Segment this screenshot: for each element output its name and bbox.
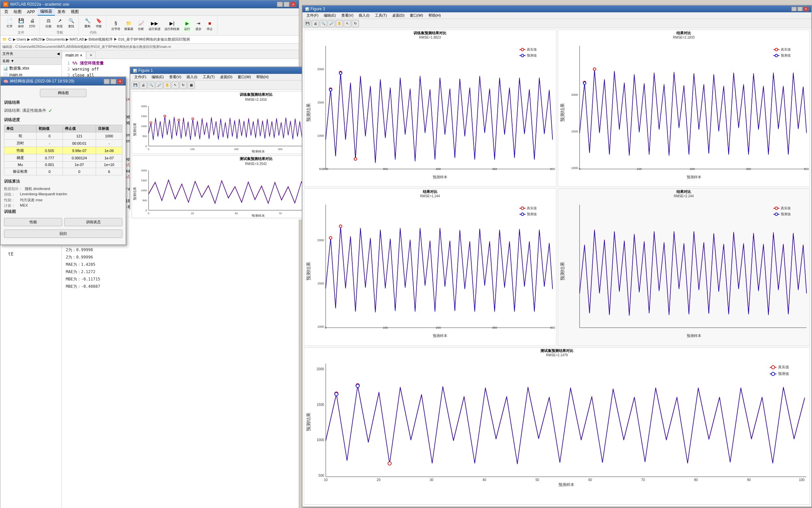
- fig1-menu-tools[interactable]: 工具(T): [200, 74, 218, 80]
- fig3-tb-cursor[interactable]: ↖: [344, 20, 351, 27]
- menu-app[interactable]: APP: [24, 9, 38, 15]
- run-to-end-button[interactable]: ▶|运行到结束: [163, 18, 181, 32]
- print-icon: 🖨: [29, 17, 36, 24]
- bookmark-button[interactable]: 🔖书签: [93, 16, 104, 30]
- fig3-menu-desktop[interactable]: 桌面(D): [389, 12, 407, 18]
- fig1-tb-print[interactable]: 🖨: [140, 82, 147, 89]
- panel-toggle[interactable]: ◀: [57, 51, 59, 56]
- dot-actual-2: [164, 115, 166, 117]
- fig1t-y500: 500: [143, 199, 147, 202]
- explorer-button[interactable]: 📁探索器: [123, 18, 135, 32]
- fig1-menu-window[interactable]: 窗口(W): [235, 74, 254, 80]
- regression-button[interactable]: 回归: [4, 229, 122, 238]
- refactor-button[interactable]: 🔧重构: [82, 16, 93, 30]
- output-mae2: MAE为：2.1272: [63, 268, 297, 276]
- fig3-chart2-rmse: RMSE=2.1833: [558, 36, 810, 39]
- fig3-legend1-p-dot: [521, 54, 524, 57]
- step-button[interactable]: ⇥进步: [193, 18, 204, 32]
- fig1-tb-save[interactable]: 💾: [132, 82, 139, 89]
- fig1t-x50: 50: [235, 212, 238, 215]
- maximize-button[interactable]: □: [284, 2, 289, 7]
- tab-main-close[interactable]: ✕: [80, 53, 83, 57]
- fig3-tb-pan[interactable]: ✋: [336, 20, 343, 27]
- fig3-menu-insert[interactable]: 插入(I): [356, 12, 372, 18]
- fig3-tb-zoom-out[interactable]: 🔎: [328, 20, 335, 27]
- close-button[interactable]: ✕: [290, 2, 296, 7]
- fig1-tb-colorbar[interactable]: ▦: [187, 82, 195, 89]
- train-state-button[interactable]: 训练状态: [64, 218, 122, 226]
- fig1-tb-zoom-out[interactable]: 🔎: [155, 82, 163, 89]
- editor-path-bar: 编辑器 - C:\Users\w9629\Documents\MATLAB\Bi…: [0, 44, 299, 50]
- fig3-menu-file[interactable]: 文件(F): [304, 12, 321, 18]
- run-button[interactable]: ▶运行: [182, 18, 192, 32]
- find-button[interactable]: 🔍查找: [66, 16, 77, 30]
- stop-button[interactable]: ■停止: [204, 18, 215, 32]
- output-mae1: MAE为：1.4205: [63, 261, 297, 268]
- calc-value: MEX: [20, 203, 28, 208]
- row-time: 历时 - 00:00:01 -: [4, 140, 122, 147]
- figure3-icon: 📊: [305, 7, 309, 11]
- fig3-tb-zoom-in[interactable]: 🔍: [320, 20, 327, 27]
- fig1-menu-help[interactable]: 帮助(H): [254, 74, 271, 80]
- minimize-button[interactable]: ─: [277, 2, 283, 7]
- fig3-tb-print[interactable]: 🖨: [312, 20, 319, 27]
- fig1-tb-cursor[interactable]: ↖: [172, 82, 179, 89]
- row-gradient: 梯度 0.777 0.000124 1e-07: [4, 154, 122, 162]
- xlsx-icon: 📊: [3, 66, 8, 71]
- progress-table: 单位 初始值 停止值 目标值 轮 0 121 1000 历时: [4, 125, 122, 175]
- fig3-menu-window[interactable]: 窗口(W): [407, 12, 426, 18]
- nn-maximize[interactable]: □: [110, 79, 116, 84]
- perf-label: 性能：: [4, 198, 17, 203]
- file-item-xlsx[interactable]: 📊 数据集.xlsx: [0, 65, 61, 72]
- fig1-menu-file[interactable]: 文件(F): [132, 74, 149, 80]
- val-target: 6: [96, 168, 122, 175]
- goto-button[interactable]: ↗转至: [54, 16, 65, 30]
- network-graph-button[interactable]: 网络图: [40, 89, 86, 97]
- run-forward-button[interactable]: ▶▶运行前进: [147, 18, 162, 32]
- save-button[interactable]: 💾保存: [16, 16, 26, 30]
- fig3-menu-view[interactable]: 查看(V): [339, 12, 356, 18]
- title-bar: M MATLAB R2022a - academic use ─ □ ✕: [0, 0, 299, 8]
- fig3-menu-tools[interactable]: 工具(T): [372, 12, 389, 18]
- fig3-legend-t-a-dot: [771, 366, 775, 369]
- menu-editor[interactable]: 编辑器: [38, 8, 55, 16]
- fig1-tb-zoom-in[interactable]: 🔍: [148, 82, 155, 89]
- section-button[interactable]: §分节符: [110, 18, 122, 32]
- fig3-xt-60: 60: [588, 478, 592, 482]
- compare-button[interactable]: ⚖比较: [43, 16, 54, 30]
- menu-page[interactable]: 页: [2, 8, 11, 15]
- fig3-tb-save[interactable]: 💾: [304, 20, 311, 27]
- results-title: 训练结果: [4, 100, 122, 105]
- fig1-menu-insert[interactable]: 插入(I): [184, 74, 200, 80]
- analyze-button[interactable]: 📈分析: [136, 18, 146, 32]
- tab-add[interactable]: +: [86, 51, 96, 58]
- fig3-tb-rotate[interactable]: ↻: [352, 20, 359, 27]
- tab-main[interactable]: main.m ✕: [62, 51, 86, 59]
- toolbar-run-group: §分节符 📁探索器 📈分析 ▶▶运行前进 ▶|运行到结束 ▶运行 ⇥进步 ■停止: [108, 17, 218, 35]
- fig3-chart2-title: 结果对比: [558, 30, 810, 36]
- menu-view[interactable]: 视图: [68, 8, 82, 15]
- fig1-tb-rotate[interactable]: ↻: [180, 82, 187, 89]
- fig3-close[interactable]: ✕: [803, 7, 809, 11]
- fig3-controls: ─ □ ✕: [792, 7, 809, 11]
- fig1-menu-view[interactable]: 查看(V): [166, 74, 184, 80]
- nn-close[interactable]: ✕: [117, 79, 123, 84]
- fig1-tb-pan[interactable]: ✋: [163, 82, 171, 89]
- fig3-menu-edit[interactable]: 编辑(E): [321, 12, 339, 18]
- menu-plot[interactable]: 绘图: [11, 8, 24, 15]
- fig3-d2-2: [593, 68, 595, 71]
- fig3-minimize[interactable]: ─: [792, 7, 797, 11]
- fig3-xt-label: 预测样本: [558, 482, 574, 487]
- fig3-maximize[interactable]: □: [797, 7, 803, 11]
- fig1-menu-desktop[interactable]: 桌面(D): [218, 74, 235, 80]
- print-button[interactable]: 🖨打印: [27, 16, 38, 30]
- nn-minimize[interactable]: ─: [104, 79, 110, 84]
- fig3-menu-help[interactable]: 帮助(H): [426, 12, 443, 18]
- figure3-title-text: Figure 3: [311, 7, 325, 11]
- mu-init: 0.001: [37, 162, 63, 168]
- menu-publish[interactable]: 发布: [55, 8, 68, 15]
- new-button[interactable]: 📄打开: [4, 16, 15, 30]
- epoch-target: 1000: [96, 132, 122, 140]
- fig1-menu-edit[interactable]: 编辑(E): [149, 74, 166, 80]
- perf-chart-button[interactable]: 性能: [4, 218, 62, 226]
